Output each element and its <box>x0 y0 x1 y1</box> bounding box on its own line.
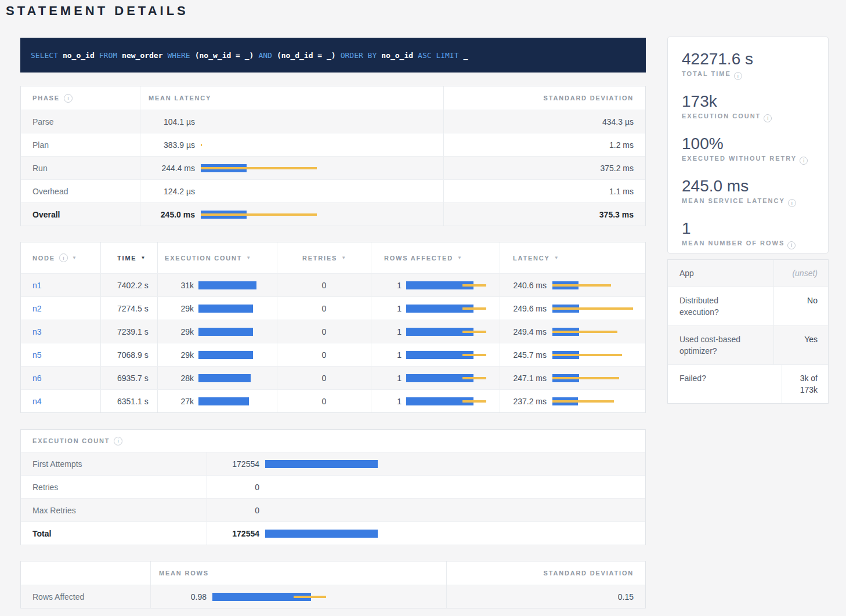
info-icon[interactable]: i <box>59 253 68 262</box>
sql-keyword: SELECT <box>31 51 58 60</box>
info-icon[interactable]: i <box>800 157 808 165</box>
stat-value: 100% <box>682 135 814 153</box>
execution-count-title: EXECUTION COUNT i <box>21 430 122 452</box>
std-deviation-value: 0.15 <box>446 585 645 608</box>
phase-name: Parse <box>21 110 140 133</box>
attribute-row-app: App (unset) <box>668 260 828 287</box>
stat-label: MEAN SERVICE LATENCYi <box>682 197 814 207</box>
sql-keyword: AND <box>258 51 272 60</box>
execution-count-table: EXECUTION COUNT i First Attempts 172554 … <box>20 429 646 545</box>
sort-caret-icon[interactable]: ▼ <box>246 255 251 260</box>
node-rows-affected: 1 <box>371 327 402 336</box>
node-exec-count: 28k <box>165 374 194 383</box>
exec-row-bar <box>265 460 381 468</box>
std-deviation-value: 375.3 ms <box>443 203 645 226</box>
node-column-header[interactable]: NODE i ▼ <box>21 242 100 273</box>
mean-latency-value: 104.1 µs <box>149 117 195 126</box>
retries-header-label: RETRIES <box>302 255 337 262</box>
exec-count-bar <box>198 281 256 289</box>
node-rows-affected: 1 <box>371 304 402 313</box>
mean-rows-value: 0.98 <box>159 592 207 601</box>
phase-latency-table: PHASE i MEAN LATENCY STANDARD DEVIATION … <box>20 86 646 226</box>
node-time: 7068.9 s <box>100 343 157 366</box>
stat-value: 245.0 ms <box>682 177 814 195</box>
stat-label: MEAN NUMBER OF ROWSi <box>682 240 814 249</box>
std-deviation-column-header: STANDARD DEVIATION <box>443 86 645 110</box>
node-latency: 237.2 ms <box>500 397 547 406</box>
stat-value: 1 <box>682 219 814 238</box>
attribute-row-optimizer: Used cost-based optimizer? Yes <box>668 325 828 364</box>
rows-table-header: MEAN ROWS STANDARD DEVIATION <box>21 561 645 585</box>
node-rows-affected: 1 <box>371 374 402 383</box>
main-column: SELECT no_o_id FROM new_order WHERE (no_… <box>20 0 646 608</box>
attribute-label: App <box>668 260 773 287</box>
sort-caret-icon[interactable]: ▼ <box>554 255 559 260</box>
mean-latency-bar <box>201 141 317 149</box>
stat-label: EXECUTED WITHOUT RETRYi <box>682 155 814 165</box>
node-row: n2 7274.5 s 29k 0 1 249.6 ms <box>21 296 645 320</box>
sql-identifier: no_o_id <box>63 51 95 60</box>
table-row: Plan 383.9 µs 1.2 ms <box>21 133 645 156</box>
exec-row-bar <box>265 530 381 538</box>
sql-statement-box: SELECT no_o_id FROM new_order WHERE (no_… <box>20 38 646 73</box>
rows-affected-column-header[interactable]: ROWS AFFECTED ▼ <box>371 242 500 273</box>
attribute-row-failed: Failed? 3k of 173k <box>668 364 828 403</box>
node-link[interactable]: n5 <box>32 350 42 360</box>
rows-affected-bar <box>406 281 489 289</box>
attribute-label: Distributed execution? <box>668 287 773 325</box>
std-deviation-value: 375.2 ms <box>443 157 645 179</box>
sort-caret-icon[interactable]: ▼ <box>72 255 77 260</box>
node-time: 7239.1 s <box>100 320 157 343</box>
info-icon[interactable]: i <box>114 437 122 445</box>
std-deviation-value: 1.2 ms <box>443 133 645 156</box>
node-rows-affected: 1 <box>371 350 402 360</box>
info-icon[interactable]: i <box>788 199 796 207</box>
info-icon[interactable]: i <box>64 94 73 103</box>
node-time: 7402.2 s <box>100 274 157 296</box>
mean-latency-value: 124.2 µs <box>149 187 195 196</box>
exec-row-bar <box>265 506 381 514</box>
stat-execution-count: 173k EXECUTION COUNTi <box>682 92 814 122</box>
latency-bar <box>552 328 634 336</box>
sort-caret-icon[interactable]: ▼ <box>140 255 145 260</box>
rows-affected-header-label: ROWS AFFECTED <box>384 255 453 262</box>
empty-header-cell <box>21 561 150 585</box>
phase-column-header: PHASE i <box>21 86 140 110</box>
table-row: First Attempts 172554 <box>21 452 645 475</box>
node-link[interactable]: n6 <box>32 374 42 383</box>
node-rows-affected: 1 <box>371 397 402 406</box>
table-row: Max Retries 0 <box>21 498 645 521</box>
phase-name: Plan <box>21 133 140 156</box>
exec-count-bar <box>198 305 256 313</box>
latency-column-header[interactable]: LATENCY ▼ <box>500 242 645 273</box>
info-icon[interactable]: i <box>764 114 772 122</box>
rows-affected-bar <box>406 328 489 336</box>
node-exec-count: 29k <box>165 327 194 336</box>
node-header-label: NODE <box>32 255 55 262</box>
std-deviation-value: 434.3 µs <box>443 110 645 133</box>
attribute-value: Yes <box>773 326 828 364</box>
retries-column-header[interactable]: RETRIES ▼ <box>277 242 371 273</box>
table-row-overall: Overall 245.0 ms 375.3 ms <box>21 202 645 226</box>
sort-caret-icon[interactable]: ▼ <box>341 255 346 260</box>
node-link[interactable]: n3 <box>32 327 42 336</box>
phase-name: Overall <box>21 203 140 226</box>
time-column-header[interactable]: TIME ▼ <box>100 242 157 273</box>
table-row: Overhead 124.2 µs 1.1 ms <box>21 179 645 202</box>
info-icon[interactable]: i <box>787 241 796 249</box>
std-deviation-column-header: STANDARD DEVIATION <box>446 561 645 585</box>
node-row: n3 7239.1 s 29k 0 1 249.4 ms <box>21 320 645 343</box>
sort-caret-icon[interactable]: ▼ <box>457 255 462 260</box>
execution-count-column-header[interactable]: EXECUTION COUNT ▼ <box>157 242 277 273</box>
exec-row-label: First Attempts <box>21 452 207 475</box>
rows-affected-bar <box>406 351 489 359</box>
exec-count-bar <box>198 328 256 336</box>
table-row: Parse 104.1 µs 434.3 µs <box>21 110 645 133</box>
info-icon[interactable]: i <box>734 72 742 80</box>
node-link[interactable]: n4 <box>32 397 42 406</box>
node-link[interactable]: n2 <box>32 304 42 313</box>
node-link[interactable]: n1 <box>32 281 42 290</box>
attribute-label: Used cost-based optimizer? <box>668 326 773 364</box>
node-row: n5 7068.9 s 29k 0 1 245.7 ms <box>21 343 645 366</box>
attribute-value: (unset) <box>773 260 828 287</box>
